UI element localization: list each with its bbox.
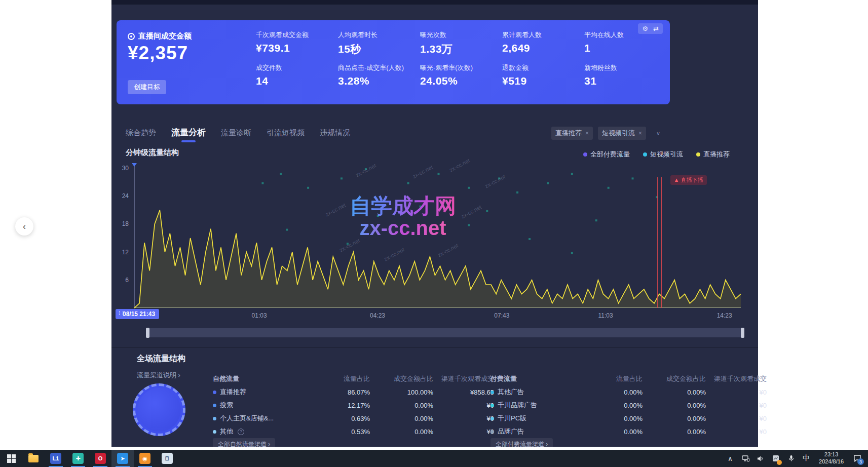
- system-tray: ∧ 中 23:13 2024/8/16 3: [724, 450, 868, 467]
- taskbar-app-orange-icon[interactable]: ◉: [134, 450, 156, 467]
- metric-label: 曝光-观看率(次数): [420, 63, 497, 72]
- info-icon[interactable]: ?: [238, 429, 244, 435]
- short-video-scatter-point: [547, 182, 549, 184]
- chevron-left-icon: ‹: [23, 221, 26, 232]
- remove-tag-icon[interactable]: ×: [585, 130, 589, 137]
- tab-流量诊断[interactable]: 流量诊断: [221, 128, 251, 142]
- target-icon: [128, 33, 135, 40]
- table-row[interactable]: 品牌广告0.00%0.00%¥0: [490, 425, 767, 438]
- minute-traffic-chart[interactable]: 30241812601:0304:2307:4311:0314:23▲ 直播下播…: [134, 168, 741, 308]
- metric-value: ¥519: [502, 75, 579, 87]
- taskbar-notepad-icon[interactable]: 🗒: [156, 450, 178, 467]
- table-cell-traffic: 0.00%: [589, 428, 643, 436]
- taskbar-app-pointer-icon[interactable]: ➤: [111, 450, 134, 467]
- app-pointer-glyph: ➤: [117, 453, 128, 464]
- channel-explain-link[interactable]: 流量渠道说明 ›: [137, 371, 180, 380]
- filter-tag[interactable]: 直播推荐×: [551, 127, 593, 140]
- taskbar-clock[interactable]: 23:13 2024/8/16: [815, 451, 848, 465]
- metric-label: 商品点击-成交率(人数): [338, 63, 415, 72]
- taskbar-start-icon[interactable]: [0, 450, 22, 467]
- back-button[interactable]: ‹: [15, 217, 33, 236]
- legend-dot-icon: [583, 152, 587, 157]
- channel-dot-icon: [213, 391, 216, 394]
- range-handle-right[interactable]: [741, 328, 744, 338]
- channel-label: 搜索: [213, 401, 317, 410]
- short-video-scatter-point: [571, 252, 573, 254]
- table-row[interactable]: 其他?0.53%0.00%¥0: [213, 425, 494, 438]
- metric-label: 曝光次数: [420, 30, 497, 40]
- all-natural-channels-link[interactable]: 全部自然流量渠道 ›: [213, 438, 275, 451]
- range-handle-left[interactable]: [146, 328, 149, 338]
- table-row[interactable]: 个人主页&店铺&...0.63%0.00%¥0: [213, 412, 494, 425]
- chart-start-time-badge[interactable]: 08/15 21:43: [116, 309, 159, 319]
- table-header-cell: 流量占比: [317, 374, 370, 383]
- legend-label: 短视频引流: [650, 150, 683, 159]
- short-video-scatter-point: [571, 173, 573, 175]
- hero-metric: 千次观看成交金额¥739.1: [256, 30, 333, 63]
- paid-traffic-table: 付费流量流量占比成交金额占比渠道千次观看成交其他广告0.00%0.00%¥0千川…: [490, 372, 767, 438]
- channel-name: 搜索: [220, 401, 233, 410]
- tab-违规情况[interactable]: 违规情况: [320, 128, 350, 142]
- chart-range-scrollbar[interactable]: [147, 328, 743, 337]
- table-row[interactable]: 其他广告0.00%0.00%¥0: [490, 385, 767, 399]
- taskbar-apps: L1✚O➤◉🗒: [0, 450, 178, 467]
- taskbar-app-l1-icon[interactable]: L1: [45, 450, 67, 467]
- table-cell-per_thousand: ¥0: [706, 415, 767, 422]
- metric-value: 1.33万: [420, 42, 497, 56]
- legend-全部付费流量[interactable]: 全部付费流量: [583, 150, 630, 159]
- table-header-cell: 成交金额占比: [370, 374, 433, 383]
- metric-value: 15秒: [338, 42, 415, 56]
- channel-label: 品牌广告: [490, 427, 589, 436]
- table-cell-traffic: 86.07%: [317, 388, 370, 396]
- tray-badge: [777, 460, 782, 465]
- ime-indicator[interactable]: 中: [800, 450, 813, 467]
- tray-expand-icon[interactable]: ∧: [724, 450, 737, 467]
- channel-dot-icon: [213, 404, 216, 407]
- table-row[interactable]: 搜索12.17%0.00%¥0: [213, 399, 494, 412]
- short-video-scatter-point: [529, 238, 531, 240]
- metric-label: 人均观看时长: [338, 30, 415, 40]
- legend-短视频引流[interactable]: 短视频引流: [643, 150, 683, 159]
- short-video-scatter-point: [341, 177, 343, 179]
- network-icon[interactable]: [739, 450, 752, 467]
- tab-引流短视频[interactable]: 引流短视频: [267, 128, 305, 142]
- filter-tag[interactable]: 短视频引流×: [598, 127, 646, 140]
- hero-metric: 新增粉丝数31: [584, 63, 661, 94]
- remove-tag-icon[interactable]: ×: [638, 130, 642, 137]
- filter-dropdown-icon[interactable]: ∨: [651, 128, 665, 139]
- x-tick-label: 01:03: [252, 312, 267, 319]
- volume-icon[interactable]: [754, 450, 767, 467]
- taskbar-app-teal-icon[interactable]: ✚: [67, 450, 89, 467]
- table-cell-per_thousand: ¥0: [706, 428, 767, 436]
- legend-直播推荐[interactable]: 直播推荐: [696, 150, 730, 159]
- table-row[interactable]: 千川品牌广告0.00%0.00%¥0: [490, 399, 767, 412]
- filter-tag-label: 短视频引流: [602, 129, 635, 138]
- channel-dot-icon: [213, 417, 216, 420]
- short-video-scatter-point: [347, 243, 349, 245]
- tab-流量分析[interactable]: 流量分析: [171, 127, 206, 142]
- gmv-hero-card: ⚙ ⇄ 直播间成交金额 ¥2,357 创建目标 千次观看成交金额¥739.1人均…: [117, 20, 670, 104]
- natural-traffic-table: 自然流量流量占比成交金额占比渠道千次观看成交直播推荐86.07%100.00%¥…: [213, 372, 494, 438]
- create-goal-button[interactable]: 创建目标: [128, 80, 166, 94]
- all-paid-channels-link[interactable]: 全部付费流量渠道 ›: [490, 438, 553, 451]
- metric-value: 24.05%: [420, 75, 497, 87]
- short-video-scatter-point: [407, 182, 409, 184]
- table-cell-traffic: 0.00%: [589, 388, 643, 396]
- y-tick-label: 30: [122, 165, 129, 172]
- hero-title-label: 直播间成交金额: [138, 31, 192, 41]
- stream-end-marker-line: [661, 177, 662, 308]
- table-row[interactable]: 千川PC版0.00%0.00%¥0: [490, 412, 767, 425]
- channel-name: 其他: [220, 427, 233, 436]
- table-row[interactable]: 直播推荐86.07%100.00%¥858.65: [213, 385, 494, 399]
- short-video-scatter-point: [307, 187, 309, 189]
- metric-value: 2,649: [502, 42, 579, 54]
- microphone-icon[interactable]: [784, 450, 798, 467]
- table-header-cell: 自然流量: [213, 374, 317, 383]
- taskbar-file-explorer-icon[interactable]: [22, 450, 45, 467]
- table-header-row: 付费流量流量占比成交金额占比渠道千次观看成交: [490, 372, 767, 385]
- tab-综合趋势[interactable]: 综合趋势: [126, 128, 156, 142]
- notification-center-icon[interactable]: 3: [850, 450, 865, 467]
- app-tray-icon[interactable]: [769, 450, 782, 467]
- metric-label: 退款金额: [502, 63, 579, 72]
- taskbar-app-red-o-icon[interactable]: O: [89, 450, 111, 467]
